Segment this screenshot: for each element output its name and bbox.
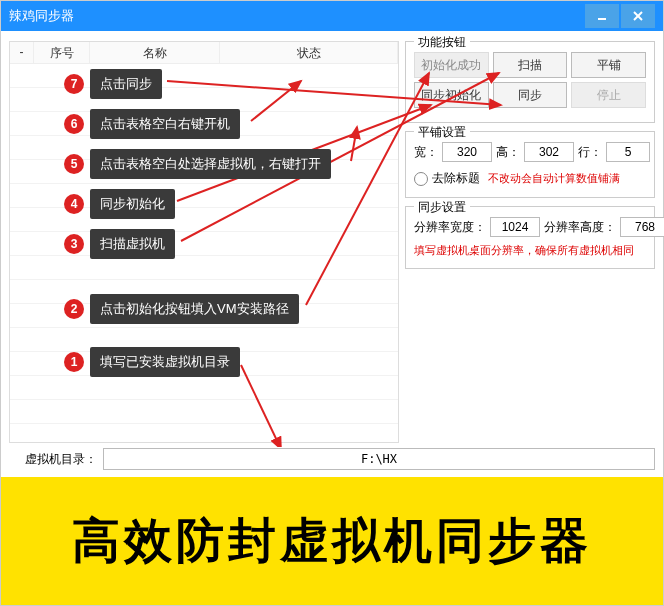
res-w-label: 分辨率宽度： — [414, 219, 486, 236]
callout-num-4: 4 — [64, 194, 84, 214]
col-dash: - — [10, 42, 34, 63]
minimize-icon — [596, 10, 608, 22]
res-width-input[interactable] — [490, 217, 540, 237]
sync-init-button[interactable]: 同步初始化 — [414, 82, 489, 108]
callout-num-7: 7 — [64, 74, 84, 94]
callout-1: 1 填写已安装虚拟机目录 — [64, 347, 240, 377]
callout-num-6: 6 — [64, 114, 84, 134]
minimize-button[interactable] — [585, 4, 619, 28]
tile-settings-group: 平铺设置 宽： 高： 行： 去除标题 不改动会自动计算数值铺满 — [405, 131, 655, 198]
callout-text-6: 点击表格空白右键开机 — [90, 109, 240, 139]
table-row[interactable] — [10, 400, 398, 424]
callout-num-1: 1 — [64, 352, 84, 372]
callout-3: 3 扫描虚拟机 — [64, 229, 175, 259]
init-button[interactable]: 初始化成功 — [414, 52, 489, 78]
callout-text-7: 点击同步 — [90, 69, 162, 99]
function-group-title: 功能按钮 — [414, 34, 470, 51]
callout-text-4: 同步初始化 — [90, 189, 175, 219]
callout-7: 7 点击同步 — [64, 69, 162, 99]
tile-button[interactable]: 平铺 — [571, 52, 646, 78]
stop-button: 停止 — [571, 82, 646, 108]
res-height-input[interactable] — [620, 217, 664, 237]
function-buttons-group: 功能按钮 初始化成功 扫描 平铺 同步初始化 同步 停止 — [405, 41, 655, 123]
table-row[interactable] — [10, 376, 398, 400]
app-window: 辣鸡同步器 - 序号 名称 状态 — [0, 0, 664, 606]
tile-height-input[interactable] — [524, 142, 574, 162]
sync-button[interactable]: 同步 — [493, 82, 568, 108]
table-header: - 序号 名称 状态 — [10, 42, 398, 64]
titlebar-controls — [585, 4, 655, 28]
sync-settings-group: 同步设置 分辨率宽度： 分辨率高度： 填写虚拟机桌面分辨率，确保所有虚拟机相同 — [405, 206, 655, 269]
width-label: 宽： — [414, 144, 438, 161]
callout-num-3: 3 — [64, 234, 84, 254]
titlebar: 辣鸡同步器 — [1, 1, 663, 31]
banner: 高效防封虚拟机同步器 — [1, 477, 663, 605]
tile-width-input[interactable] — [442, 142, 492, 162]
callout-text-5: 点击表格空白处选择虚拟机，右键打开 — [90, 149, 331, 179]
tile-group-title: 平铺设置 — [414, 124, 470, 141]
banner-text: 高效防封虚拟机同步器 — [72, 509, 592, 573]
callout-5: 5 点击表格空白处选择虚拟机，右键打开 — [64, 149, 331, 179]
res-h-label: 分辨率高度： — [544, 219, 616, 236]
right-pane: 功能按钮 初始化成功 扫描 平铺 同步初始化 同步 停止 平铺设置 宽： 高： — [405, 41, 655, 443]
col-seq: 序号 — [34, 42, 90, 63]
window-title: 辣鸡同步器 — [9, 7, 585, 25]
col-status: 状态 — [220, 42, 398, 63]
callout-text-1: 填写已安装虚拟机目录 — [90, 347, 240, 377]
content-area: - 序号 名称 状态 — [1, 31, 663, 447]
close-button[interactable] — [621, 4, 655, 28]
callout-text-2: 点击初始化按钮填入VM安装路径 — [90, 294, 299, 324]
strip-title-radio[interactable] — [414, 172, 428, 186]
strip-title-label: 去除标题 — [432, 170, 480, 187]
height-label: 高： — [496, 144, 520, 161]
callout-6: 6 点击表格空白右键开机 — [64, 109, 240, 139]
sync-tip: 填写虚拟机桌面分辨率，确保所有虚拟机相同 — [414, 243, 646, 258]
table-row[interactable] — [10, 256, 398, 280]
scan-button[interactable]: 扫描 — [493, 52, 568, 78]
path-label: 虚拟机目录： — [25, 451, 97, 468]
sync-group-title: 同步设置 — [414, 199, 470, 216]
tile-tip: 不改动会自动计算数值铺满 — [488, 171, 620, 186]
col-name: 名称 — [90, 42, 220, 63]
callout-num-2: 2 — [64, 299, 84, 319]
tile-rows-input[interactable] — [606, 142, 650, 162]
callout-num-5: 5 — [64, 154, 84, 174]
rows-label: 行： — [578, 144, 602, 161]
callout-text-3: 扫描虚拟机 — [90, 229, 175, 259]
path-row: 虚拟机目录： — [1, 447, 663, 477]
callout-2: 2 点击初始化按钮填入VM安装路径 — [64, 294, 299, 324]
callout-4: 4 同步初始化 — [64, 189, 175, 219]
vm-path-input[interactable] — [103, 448, 655, 470]
close-icon — [632, 10, 644, 22]
